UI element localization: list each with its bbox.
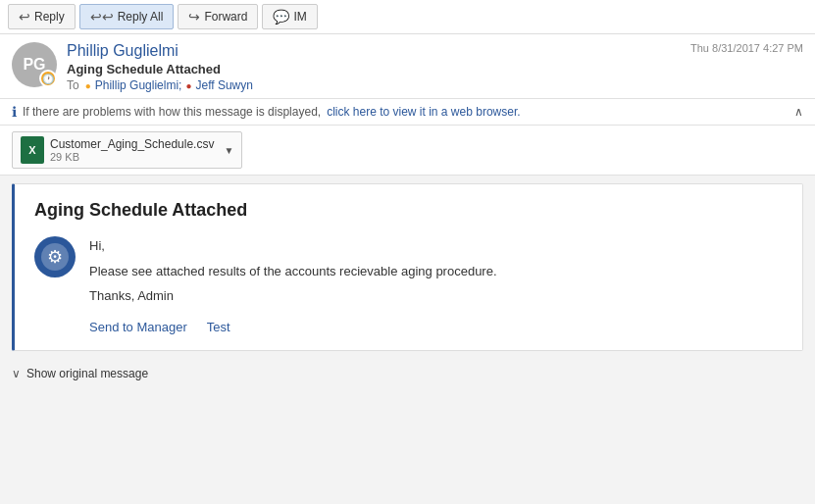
- email-meta: Thu 8/31/2017 4:27 PM Phillip Guglielmi …: [67, 42, 803, 92]
- email-body-card: Aging Schedule Attached ⚙ Hi, Please see…: [12, 183, 803, 351]
- info-bar: ℹ If there are problems with how this me…: [0, 99, 815, 126]
- avatar-badge: 🕐: [39, 70, 57, 87]
- sender-avatar-body: ⚙: [34, 236, 76, 277]
- im-button[interactable]: 💬 IM: [262, 4, 317, 29]
- footer-label: Show original message: [26, 367, 148, 380]
- email-greeting: Hi,: [89, 236, 783, 256]
- reply-all-label: Reply All: [118, 10, 164, 24]
- email-body-text: Please see attached results of the accou…: [89, 262, 783, 281]
- im-label: IM: [293, 10, 306, 24]
- recipient-dot-2: ●: [185, 80, 191, 91]
- im-icon: 💬: [273, 9, 289, 25]
- info-bar-link[interactable]: click here to view it in a web browser.: [327, 105, 520, 119]
- recipient-1-name: Phillip Guglielmi;: [95, 78, 182, 92]
- attachment-filename: Customer_Aging_Schedule.csv: [50, 137, 214, 151]
- reply-label: Reply: [34, 10, 65, 24]
- forward-button[interactable]: ↪ Forward: [178, 4, 258, 29]
- avatar-wrapper: PG 🕐: [12, 42, 57, 87]
- recipient-2[interactable]: Jeff Suwyn: [195, 78, 252, 92]
- email-body-wrapper: Aging Schedule Attached ⚙ Hi, Please see…: [0, 176, 815, 359]
- attachment-item[interactable]: X Customer_Aging_Schedule.csv 29 KB ▼: [12, 131, 242, 169]
- excel-icon: X: [21, 136, 44, 164]
- footer-chevron-down-icon: ∨: [12, 367, 21, 380]
- email-header: PG 🕐 Thu 8/31/2017 4:27 PM Phillip Gugli…: [0, 34, 815, 99]
- email-footer[interactable]: ∨ Show original message: [0, 359, 815, 388]
- reply-icon: ↩: [19, 9, 30, 25]
- email-signoff: Thanks, Admin: [89, 286, 783, 306]
- send-to-manager-link[interactable]: Send to Manager: [89, 320, 187, 334]
- collapse-arrow[interactable]: ∧: [794, 105, 803, 119]
- recipient-2-name: Jeff Suwyn: [195, 78, 252, 92]
- reply-all-icon: ↩↩: [90, 9, 114, 25]
- sender-avatar-inner: ⚙: [41, 243, 69, 271]
- email-content-row: ⚙ Hi, Please see attached results of the…: [34, 236, 783, 334]
- forward-label: Forward: [204, 10, 247, 24]
- email-date: Thu 8/31/2017 4:27 PM: [690, 42, 803, 54]
- forward-icon: ↪: [188, 9, 200, 25]
- recipient-1[interactable]: Phillip Guglielmi;: [95, 78, 182, 92]
- sender-avatar-icon: ⚙: [47, 246, 63, 268]
- attachment-dropdown-arrow[interactable]: ▼: [224, 145, 233, 156]
- attachment-info: Customer_Aging_Schedule.csv 29 KB: [50, 137, 214, 163]
- email-subject-body: Aging Schedule Attached: [34, 200, 783, 221]
- reply-all-button[interactable]: ↩↩ Reply All: [79, 4, 175, 29]
- to-label: To: [67, 78, 79, 92]
- attachment-bar: X Customer_Aging_Schedule.csv 29 KB ▼: [0, 126, 815, 176]
- toolbar: ↩ Reply ↩↩ Reply All ↪ Forward 💬 IM: [0, 0, 815, 34]
- test-link[interactable]: Test: [207, 320, 230, 334]
- recipient-dot-1: ●: [85, 80, 91, 91]
- email-text: Hi, Please see attached results of the a…: [89, 236, 783, 334]
- email-subject-header: Aging Schedule Attached: [67, 62, 803, 76]
- info-icon: ℹ: [12, 104, 17, 120]
- reply-button[interactable]: ↩ Reply: [8, 4, 76, 29]
- info-text-before: If there are problems with how this mess…: [23, 105, 321, 119]
- email-to-row: To ● Phillip Guglielmi; ● Jeff Suwyn: [67, 78, 803, 92]
- attachment-size: 29 KB: [50, 151, 214, 163]
- email-actions: Send to Manager Test: [89, 320, 783, 334]
